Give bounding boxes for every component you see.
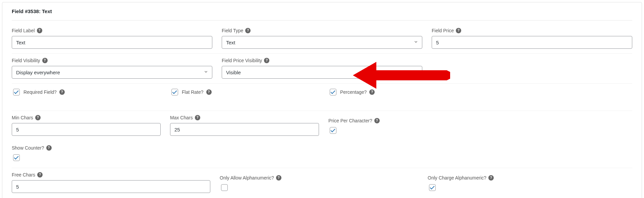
group-max-chars: Max Chars ? bbox=[170, 115, 319, 136]
group-field-label: Field Label ? bbox=[12, 28, 212, 49]
label-field-price: Field Price bbox=[432, 28, 454, 33]
help-icon[interactable]: ? bbox=[374, 118, 380, 123]
help-icon[interactable]: ? bbox=[264, 58, 269, 63]
label-only-charge-alpha: Only Charge Alphanumeric? bbox=[428, 175, 486, 181]
flat-rate-checkbox[interactable] bbox=[171, 89, 178, 95]
label-field-label: Field Label bbox=[12, 28, 35, 33]
row-basic: Field Label ? Field Type ? Field Price ? bbox=[12, 28, 632, 54]
row-alpha: Free Chars ? Only Allow Alphanumeric? ? … bbox=[12, 172, 632, 198]
price-per-char-checkbox[interactable] bbox=[330, 127, 336, 134]
help-icon[interactable]: ? bbox=[46, 145, 52, 151]
group-field-type: Field Type ? bbox=[222, 28, 422, 49]
group-flat-rate: Flat Rate? ? bbox=[170, 88, 319, 96]
help-icon[interactable]: ? bbox=[37, 28, 42, 33]
help-icon[interactable]: ? bbox=[206, 89, 212, 95]
max-chars-input[interactable] bbox=[170, 123, 319, 136]
help-icon[interactable]: ? bbox=[488, 175, 494, 181]
show-counter-checkbox[interactable] bbox=[13, 154, 20, 161]
help-icon[interactable]: ? bbox=[42, 58, 48, 63]
field-price-input[interactable] bbox=[432, 36, 632, 49]
field-type-select[interactable] bbox=[222, 36, 422, 49]
field-label-input[interactable] bbox=[12, 36, 212, 49]
percentage-checkbox[interactable] bbox=[330, 89, 336, 95]
label-flat-rate: Flat Rate? bbox=[182, 89, 204, 95]
label-required-field: Required Field? bbox=[23, 89, 57, 95]
help-icon[interactable]: ? bbox=[59, 89, 65, 95]
field-visibility-select[interactable] bbox=[12, 66, 212, 79]
label-max-chars: Max Chars bbox=[170, 115, 193, 120]
row-flags: Required Field? ? Flat Rate? ? Percentag… bbox=[12, 88, 632, 111]
help-icon[interactable]: ? bbox=[195, 115, 200, 120]
field-settings-panel: Field #3538: Text Field Label ? Field Ty… bbox=[2, 2, 642, 198]
panel-title: Field #3538: Text bbox=[12, 8, 632, 21]
min-chars-input[interactable] bbox=[12, 123, 161, 136]
group-field-price-visibility: Field Price Visibility ? bbox=[222, 58, 422, 79]
group-price-per-char: Price Per Character? ? bbox=[328, 118, 477, 136]
help-icon[interactable]: ? bbox=[369, 89, 375, 95]
label-show-counter: Show Counter? bbox=[12, 145, 44, 151]
free-chars-input[interactable] bbox=[12, 180, 210, 193]
group-min-chars: Min Chars ? bbox=[12, 115, 161, 136]
help-icon[interactable]: ? bbox=[245, 28, 251, 33]
label-field-visibility: Field Visibility bbox=[12, 58, 40, 63]
row-chars: Min Chars ? Max Chars ? Price Per Charac… bbox=[12, 115, 632, 168]
help-icon[interactable]: ? bbox=[276, 175, 281, 181]
group-field-price: Field Price ? bbox=[432, 28, 632, 49]
group-required: Required Field? ? bbox=[12, 88, 161, 96]
only-allow-alpha-checkbox[interactable] bbox=[221, 184, 228, 191]
group-show-counter: Show Counter? ? bbox=[12, 145, 161, 163]
label-field-type: Field Type bbox=[222, 28, 243, 33]
help-icon[interactable]: ? bbox=[456, 28, 461, 33]
label-min-chars: Min Chars bbox=[12, 115, 33, 120]
row-visibility: Field Visibility ? Field Price Visibilit… bbox=[12, 58, 632, 84]
group-only-allow-alpha: Only Allow Alphanumeric? ? bbox=[220, 175, 418, 193]
label-percentage: Percentage? bbox=[340, 89, 367, 95]
label-only-allow-alpha: Only Allow Alphanumeric? bbox=[220, 175, 274, 181]
required-field-checkbox[interactable] bbox=[13, 89, 20, 95]
group-percentage: Percentage? ? bbox=[328, 88, 477, 96]
group-free-chars: Free Chars ? bbox=[12, 172, 210, 193]
group-field-visibility: Field Visibility ? bbox=[12, 58, 212, 79]
field-price-visibility-select[interactable] bbox=[222, 66, 422, 79]
label-price-per-char: Price Per Character? bbox=[328, 118, 372, 123]
help-icon[interactable]: ? bbox=[35, 115, 41, 120]
label-field-price-visibility: Field Price Visibility bbox=[222, 58, 262, 63]
group-only-charge-alpha: Only Charge Alphanumeric? ? bbox=[428, 175, 626, 193]
help-icon[interactable]: ? bbox=[37, 172, 43, 177]
only-charge-alpha-checkbox[interactable] bbox=[429, 184, 436, 191]
label-free-chars: Free Chars bbox=[12, 172, 35, 177]
